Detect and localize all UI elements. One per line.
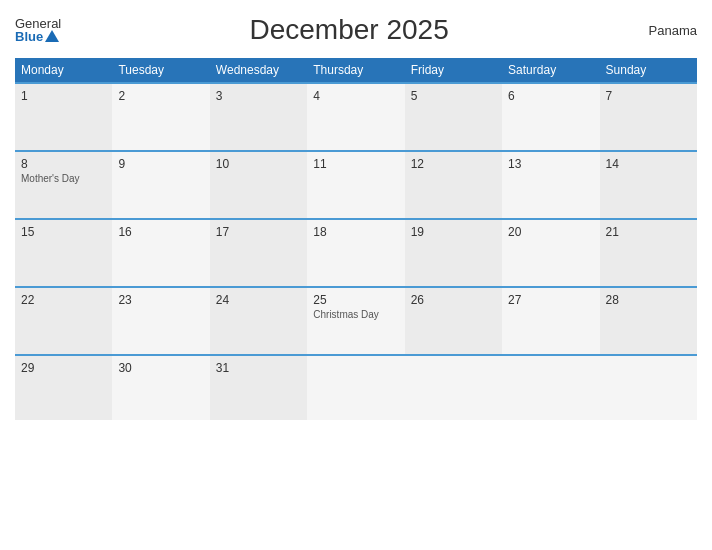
day-cell: 31 <box>210 355 307 420</box>
day-cell: 6 <box>502 83 599 151</box>
day-number: 24 <box>216 293 301 307</box>
day-number: 18 <box>313 225 398 239</box>
day-cell: 1 <box>15 83 112 151</box>
day-cell: 30 <box>112 355 209 420</box>
week-row-1: 1234567 <box>15 83 697 151</box>
day-cell <box>502 355 599 420</box>
day-number: 19 <box>411 225 496 239</box>
day-cell: 26 <box>405 287 502 355</box>
day-number: 1 <box>21 89 106 103</box>
day-number: 8 <box>21 157 106 171</box>
day-number: 3 <box>216 89 301 103</box>
day-cell: 29 <box>15 355 112 420</box>
logo-blue-text: Blue <box>15 30 43 43</box>
week-row-4: 22232425Christmas Day262728 <box>15 287 697 355</box>
day-cell: 16 <box>112 219 209 287</box>
holiday-label: Mother's Day <box>21 173 106 184</box>
header-monday: Monday <box>15 58 112 83</box>
day-number: 28 <box>606 293 691 307</box>
day-cell <box>307 355 404 420</box>
header-friday: Friday <box>405 58 502 83</box>
day-cell: 13 <box>502 151 599 219</box>
day-cell: 14 <box>600 151 697 219</box>
header-saturday: Saturday <box>502 58 599 83</box>
day-cell: 4 <box>307 83 404 151</box>
calendar-grid: Monday Tuesday Wednesday Thursday Friday… <box>15 58 697 420</box>
day-cell: 2 <box>112 83 209 151</box>
day-cell: 17 <box>210 219 307 287</box>
day-cell: 10 <box>210 151 307 219</box>
day-cell: 8Mother's Day <box>15 151 112 219</box>
day-headers-row: Monday Tuesday Wednesday Thursday Friday… <box>15 58 697 83</box>
day-cell: 23 <box>112 287 209 355</box>
day-number: 27 <box>508 293 593 307</box>
month-title: December 2025 <box>61 14 637 46</box>
day-number: 17 <box>216 225 301 239</box>
header-thursday: Thursday <box>307 58 404 83</box>
day-number: 11 <box>313 157 398 171</box>
day-cell <box>405 355 502 420</box>
day-number: 14 <box>606 157 691 171</box>
day-number: 29 <box>21 361 106 375</box>
day-number: 6 <box>508 89 593 103</box>
week-row-3: 15161718192021 <box>15 219 697 287</box>
day-number: 5 <box>411 89 496 103</box>
day-cell: 28 <box>600 287 697 355</box>
day-cell <box>600 355 697 420</box>
logo-triangle-icon <box>45 30 59 42</box>
day-number: 15 <box>21 225 106 239</box>
holiday-label: Christmas Day <box>313 309 398 320</box>
day-cell: 27 <box>502 287 599 355</box>
day-cell: 7 <box>600 83 697 151</box>
week-row-5: 293031 <box>15 355 697 420</box>
day-cell: 5 <box>405 83 502 151</box>
day-cell: 21 <box>600 219 697 287</box>
day-number: 12 <box>411 157 496 171</box>
week-row-2: 8Mother's Day91011121314 <box>15 151 697 219</box>
day-number: 9 <box>118 157 203 171</box>
day-cell: 20 <box>502 219 599 287</box>
day-cell: 11 <box>307 151 404 219</box>
header-wednesday: Wednesday <box>210 58 307 83</box>
day-number: 20 <box>508 225 593 239</box>
day-cell: 25Christmas Day <box>307 287 404 355</box>
day-cell: 18 <box>307 219 404 287</box>
day-number: 7 <box>606 89 691 103</box>
day-number: 21 <box>606 225 691 239</box>
country-label: Panama <box>637 23 697 38</box>
day-cell: 24 <box>210 287 307 355</box>
header-tuesday: Tuesday <box>112 58 209 83</box>
day-cell: 3 <box>210 83 307 151</box>
day-number: 10 <box>216 157 301 171</box>
header: General Blue December 2025 Panama <box>15 10 697 50</box>
day-number: 22 <box>21 293 106 307</box>
header-sunday: Sunday <box>600 58 697 83</box>
day-number: 4 <box>313 89 398 103</box>
day-number: 23 <box>118 293 203 307</box>
day-cell: 19 <box>405 219 502 287</box>
day-number: 16 <box>118 225 203 239</box>
day-number: 30 <box>118 361 203 375</box>
day-number: 25 <box>313 293 398 307</box>
day-number: 31 <box>216 361 301 375</box>
day-number: 13 <box>508 157 593 171</box>
day-cell: 22 <box>15 287 112 355</box>
day-number: 26 <box>411 293 496 307</box>
day-cell: 15 <box>15 219 112 287</box>
calendar-container: General Blue December 2025 Panama Monday… <box>0 0 712 550</box>
logo: General Blue <box>15 17 61 43</box>
day-cell: 12 <box>405 151 502 219</box>
day-number: 2 <box>118 89 203 103</box>
day-cell: 9 <box>112 151 209 219</box>
